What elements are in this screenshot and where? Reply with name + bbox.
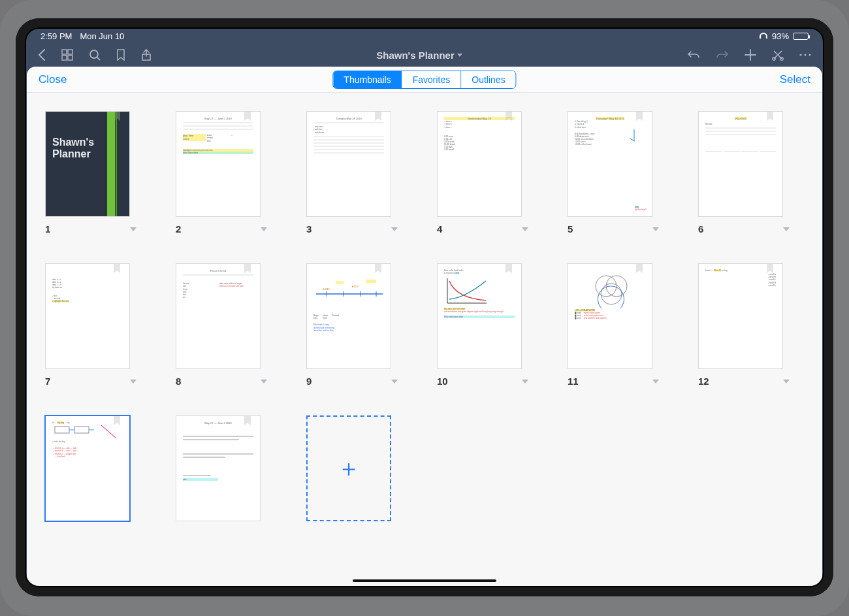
page-thumbnail[interactable]: May 27 — June 2 2019 plan itemnotes task… xyxy=(176,111,267,235)
chevron-down-icon[interactable] xyxy=(522,227,528,231)
page-number: 9 xyxy=(306,376,312,387)
tab-thumbnails[interactable]: Thumbnails xyxy=(333,71,402,88)
view-segmented-control: Thumbnails Favorites Outlines xyxy=(332,71,516,89)
svg-point-22 xyxy=(601,284,622,304)
chevron-down-icon[interactable] xyxy=(391,227,398,231)
chevron-down-icon[interactable] xyxy=(261,380,267,383)
page-number: 10 xyxy=(437,376,448,387)
bookmark-icon[interactable] xyxy=(116,49,125,61)
tab-outlines[interactable]: Outlines xyxy=(461,71,515,88)
redo-icon[interactable] xyxy=(716,50,729,59)
undo-icon[interactable] xyxy=(687,50,700,59)
panel-header: Close Thumbnails Favorites Outlines Sele… xyxy=(27,67,822,93)
add-icon[interactable] xyxy=(745,49,756,61)
add-page-button[interactable]: ＋ xyxy=(306,415,398,521)
chevron-down-icon[interactable] xyxy=(130,227,136,231)
cover-title-line2: Planner xyxy=(52,148,91,159)
status-time: 2:59 PM xyxy=(40,31,72,41)
page-thumbnail[interactable]: Shawn'sPlanner 1 xyxy=(45,111,136,235)
svg-rect-1 xyxy=(68,50,72,54)
page-thumbnail[interactable]: Wednesday May 29 □ item a□ item b□ item … xyxy=(437,111,528,235)
page-thumbnail[interactable]: Thursday • May 30 2019 ☑ first thing ☑ s… xyxy=(568,111,659,235)
document-title[interactable]: Shawn's Planner xyxy=(376,50,454,61)
chevron-down-icon[interactable] xyxy=(783,227,790,231)
page-number: 3 xyxy=(306,223,312,235)
svg-point-4 xyxy=(90,50,98,58)
page-thumbnail[interactable]: May 27 — June 2 2019 plan xyxy=(176,415,267,521)
page-number: 4 xyxy=(437,223,442,235)
page-number: 12 xyxy=(698,376,709,387)
close-button[interactable]: Close xyxy=(39,73,67,86)
page-number: 7 xyxy=(45,376,50,387)
chevron-down-icon[interactable] xyxy=(261,227,267,231)
svg-rect-0 xyxy=(62,50,67,54)
page-thumbnail[interactable]: How to fix hard tasks& review by end key… xyxy=(437,263,528,387)
page-thumbnail[interactable]: LIFE = FRAMEWORK ▇ body▇ mind▇ work note… xyxy=(568,263,659,387)
cover-title-line1: Shawn's xyxy=(52,137,94,148)
battery-pct: 93% xyxy=(772,31,789,41)
svg-rect-3 xyxy=(68,56,72,60)
search-icon[interactable] xyxy=(89,49,101,61)
thumbnail-grid: Shawn'sPlanner 1 May 27 — June 2 2019 pl… xyxy=(27,93,822,586)
cut-icon[interactable] xyxy=(772,49,784,61)
svg-rect-23 xyxy=(55,427,69,433)
page-number: 11 xyxy=(568,376,579,387)
headphones-icon xyxy=(759,31,768,41)
svg-rect-24 xyxy=(74,427,89,433)
chevron-down-icon[interactable] xyxy=(652,227,659,231)
page-thumbnail[interactable]: idea a - xidea b - yidea c - ztry later … xyxy=(45,263,136,387)
page-number: 2 xyxy=(176,223,181,235)
page-number: 8 xyxy=(176,376,181,387)
page-thumbnail[interactable]: to → big bag → try • main for day → bran… xyxy=(45,415,136,521)
more-icon[interactable] xyxy=(799,53,811,57)
page-number: 5 xyxy=(568,223,573,235)
tab-favorites[interactable]: Favorites xyxy=(402,71,462,88)
share-icon[interactable] xyxy=(141,49,152,61)
page-thumbnail[interactable]: 5•31•2019 Review 6 xyxy=(698,111,790,235)
grid-view-icon[interactable] xyxy=(61,49,73,61)
select-button[interactable]: Select xyxy=(780,73,810,86)
home-indicator[interactable] xyxy=(353,579,496,582)
page-thumbnail[interactable]: ★042 ★057 ↑Beginhere ↑abouthere ↑Reward xyxy=(306,263,398,387)
chevron-down-icon[interactable] xyxy=(130,380,136,383)
chevron-down-icon[interactable] xyxy=(652,380,659,383)
page-thumbnail[interactable]: focus — 10 to 12 on big - small a- small… xyxy=(698,263,790,387)
svg-rect-18 xyxy=(336,281,344,284)
page-number: 6 xyxy=(698,223,703,235)
page-number: 1 xyxy=(45,223,50,235)
svg-text:★057: ★057 xyxy=(351,285,359,288)
back-button[interactable] xyxy=(38,49,46,61)
status-date: Mon Jun 10 xyxy=(80,31,124,41)
status-bar: 2:59 PM Mon Jun 10 93% xyxy=(26,29,823,43)
chevron-down-icon[interactable] xyxy=(457,54,462,57)
page-thumbnail[interactable]: Tuesday May 28 2019 - task one- task two… xyxy=(306,111,398,235)
page-thumbnail[interactable]: Focus 9 to 10 list onetwothreefourfivesi… xyxy=(176,263,267,387)
svg-point-8 xyxy=(799,54,801,56)
app-toolbar: Shawn's Planner xyxy=(26,43,823,67)
chevron-down-icon[interactable] xyxy=(391,380,398,383)
plus-icon: ＋ xyxy=(337,453,360,485)
svg-point-10 xyxy=(809,54,810,56)
svg-text:★042: ★042 xyxy=(323,287,330,291)
chevron-down-icon[interactable] xyxy=(522,380,528,383)
svg-rect-19 xyxy=(366,280,376,283)
chevron-down-icon[interactable] xyxy=(783,380,790,383)
svg-rect-2 xyxy=(62,56,67,60)
battery-icon xyxy=(793,33,809,40)
svg-point-9 xyxy=(804,54,806,56)
